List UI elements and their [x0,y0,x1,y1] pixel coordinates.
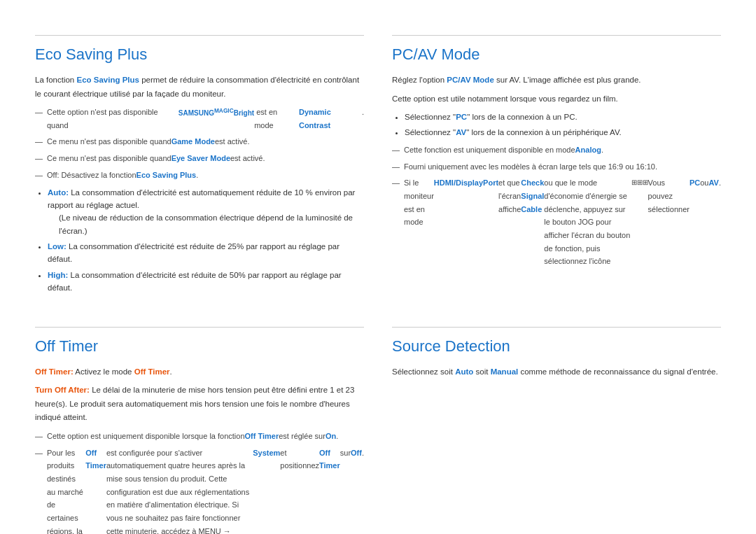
pcav-intro-1: Réglez l'option PC/AV Mode sur AV. L'ima… [392,73,721,87]
off-timer-note2: Turn Off After: Le délai de la minuterie… [35,384,364,425]
jog-icon: ⊞⊞⊞ [631,176,648,188]
off-timer-section: Off Timer Off Timer: Activez le mode Off… [35,313,364,534]
pcav-mode-title: PC/AV Mode [392,35,721,64]
dynamic-contrast-highlight: Dynamic Contrast [299,106,362,132]
pcav-notes: Cette fonction est uniquement disponible… [392,143,721,268]
off-timer-body: Off Timer: Activez le mode Off Timer. Tu… [35,365,364,534]
eco-bullet-high: High: La consommation d'électricité est … [48,269,364,295]
source-detection-body: Sélectionnez soit Auto soit Manual comme… [392,365,721,379]
auto-highlight: Auto [455,367,473,376]
off-timer-note1: Off Timer: Activez le mode Off Timer. [35,365,364,379]
pcav-intro-2: Cette option est utile notamment lorsque… [392,92,721,106]
source-detection-title: Source Detection [392,327,721,356]
magicbright-highlight: SAMSUNGMAGICBright [178,106,254,119]
pcav-mode-section: PC/AV Mode Réglez l'option PC/AV Mode su… [392,21,721,313]
check-signal-highlight: Check Signal Cable [521,176,544,216]
eco-off-highlight: Eco Saving Plus [136,169,197,182]
eco-saving-plus-body: La fonction Eco Saving Plus permet de ré… [35,73,364,295]
eco-highlight-1: Eco Saving Plus [76,76,139,84]
eco-saving-plus-title: Eco Saving Plus [35,35,364,64]
game-mode-highlight: Game Mode [172,135,215,148]
analog-highlight: Analog [575,143,601,157]
source-detection-text: Sélectionnez soit Auto soit Manual comme… [392,365,721,379]
hdmi-dp-highlight: HDMI/DisplayPort [434,176,498,190]
eco-intro: La fonction Eco Saving Plus permet de ré… [35,73,364,101]
eco-bullets: Auto: La consommation d'électricité est … [48,186,364,295]
manual-highlight: Manual [491,367,519,376]
pc-select-highlight: PC [690,176,700,190]
eco-note-1: Cette option n'est pas disponible quand … [35,106,364,181]
pcav-option-highlight: PC/AV Mode [447,76,494,84]
pcav-bullets: Sélectionnez "PC" lors de la connexion à… [405,111,721,139]
eco-saving-plus-section: Eco Saving Plus La fonction Eco Saving P… [35,21,364,313]
off-timer-notes: Cette option est uniquement disponible l… [35,430,364,534]
av-select-highlight: AV [708,176,718,190]
pcav-bullet-av: Sélectionnez "AV" lors de la connexion à… [405,126,721,139]
source-detection-section: Source Detection Sélectionnez soit Auto … [392,313,721,534]
eco-bullet-low: Low: La consommation d'électricité est r… [48,240,364,266]
eco-bullet-auto: Auto: La consommation d'électricité est … [48,186,364,238]
pcav-bullet-pc: Sélectionnez "PC" lors de la connexion à… [405,111,721,123]
eye-saver-highlight: Eye Saver Mode [172,152,230,165]
pcav-mode-body: Réglez l'option PC/AV Mode sur AV. L'ima… [392,73,721,268]
off-timer-title: Off Timer [35,327,364,356]
